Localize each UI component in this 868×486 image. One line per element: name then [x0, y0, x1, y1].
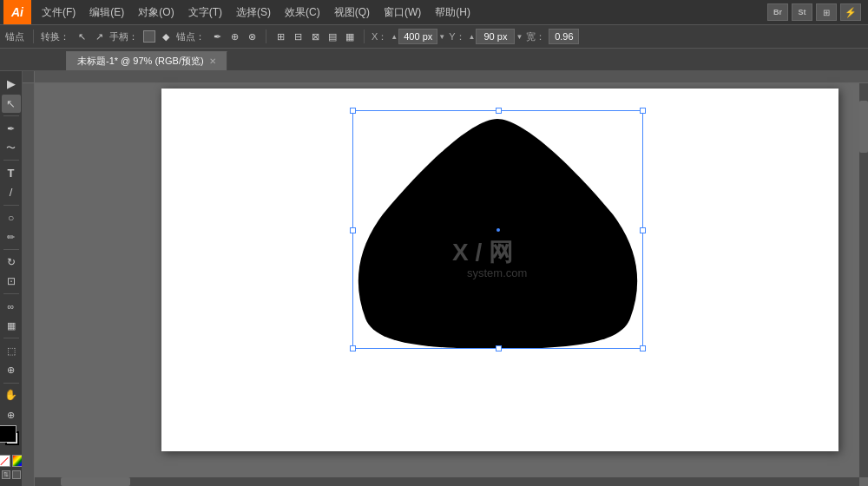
align-icon3[interactable]: ⊠: [308, 30, 322, 43]
anchorpt-icon2[interactable]: ⊕: [227, 30, 241, 43]
blend-tool-btn[interactable]: ∞: [2, 297, 21, 316]
x-stepper-down[interactable]: ▼: [438, 33, 445, 41]
sep2: [266, 30, 266, 43]
rotate-tool-btn[interactable]: ↻: [2, 253, 21, 272]
left-ruler: [23, 83, 35, 486]
tool-sep2: [3, 160, 19, 161]
tab-bar: 未标题-1* @ 97% (RGB/预览) ✕: [0, 49, 868, 71]
sep3: [364, 30, 365, 43]
menu-object[interactable]: 对象(O): [131, 0, 181, 24]
top-ruler: [35, 71, 868, 83]
x-label: X：: [372, 30, 387, 43]
w-input[interactable]: [549, 29, 579, 44]
menu-edit[interactable]: 编辑(E): [82, 0, 131, 24]
direct-selection-tool-btn[interactable]: ↖: [2, 95, 21, 114]
tool-sep6: [3, 338, 19, 338]
tool-sep3: [3, 205, 19, 206]
y-stepper-down[interactable]: ▼: [516, 33, 523, 41]
transform-label: 转换：: [41, 30, 69, 43]
handle-icon2[interactable]: ◆: [159, 30, 173, 43]
menu-select[interactable]: 选择(S): [229, 0, 278, 24]
menu-file[interactable]: 文件(F): [35, 0, 82, 24]
anchorpt-label: 锚点：: [176, 30, 205, 43]
ruler-corner: [23, 71, 35, 83]
tool-sep4: [3, 249, 19, 250]
menu-view[interactable]: 视图(Q): [327, 0, 377, 24]
h-scrollbar[interactable]: [35, 477, 859, 486]
pencil-tool-btn[interactable]: ✏: [2, 227, 21, 246]
v-scrollbar-thumb[interactable]: [859, 101, 868, 153]
x-input[interactable]: [398, 29, 437, 44]
align-icon2[interactable]: ⊟: [291, 30, 305, 43]
align-icon5[interactable]: ▦: [343, 30, 357, 43]
artboard-tool-btn[interactable]: ⬚: [2, 341, 21, 360]
ai-logo: Ai: [3, 0, 31, 24]
menu-help[interactable]: 帮助(H): [428, 0, 477, 24]
transform-icon2[interactable]: ↗: [92, 30, 106, 43]
zoom-tool-btn[interactable]: ⊕: [2, 405, 21, 424]
x-stepper-up[interactable]: ▲: [391, 33, 398, 41]
tool-sep7: [3, 383, 19, 384]
color-mode-btn[interactable]: [12, 455, 23, 467]
plugin-btn[interactable]: ⚡: [840, 3, 861, 21]
tool-sep5: [3, 293, 19, 294]
v-scrollbar[interactable]: [859, 83, 868, 477]
fill-swatch[interactable]: [0, 425, 16, 443]
handle-icon1[interactable]: [143, 30, 155, 43]
sep1: [33, 30, 34, 43]
y-input[interactable]: [476, 29, 515, 44]
menu-bar-right: Br St ⊞ ⚡: [767, 3, 865, 21]
anchorpt-icon1[interactable]: ✒: [210, 30, 224, 43]
tab-close-btn[interactable]: ✕: [209, 56, 216, 66]
canvas-area[interactable]: X / 网 system.com: [23, 71, 868, 486]
bridge-btn[interactable]: Br: [767, 3, 788, 21]
handle-label: 手柄：: [109, 30, 138, 43]
anchorpt-icon3[interactable]: ⊗: [245, 30, 259, 43]
tab-label: 未标题-1* @ 97% (RGB/预览): [77, 55, 204, 68]
options-bar: 锚点 转换： ↖ ↗ 手柄： ◆ 锚点： ✒ ⊕ ⊗ ⊞ ⊟ ⊠ ▤ ▦ X： …: [0, 24, 868, 49]
stock-btn[interactable]: St: [792, 3, 812, 21]
y-stepper-up[interactable]: ▲: [469, 33, 476, 41]
canvas-document[interactable]: X / 网 system.com: [161, 89, 838, 451]
swap-colors-btn[interactable]: ⇅: [2, 470, 10, 479]
menu-effect[interactable]: 效果(C): [278, 0, 327, 24]
w-label: 宽：: [526, 30, 545, 43]
menu-bar: Ai 文件(F) 编辑(E) 对象(O) 文字(T) 选择(S) 效果(C) 视…: [0, 0, 868, 24]
menu-text[interactable]: 文字(T): [181, 0, 229, 24]
hand-tool-btn[interactable]: ✋: [2, 386, 21, 405]
reflect-tool-btn[interactable]: ⊡: [2, 273, 21, 292]
menu-window[interactable]: 窗口(W): [377, 0, 428, 24]
main-layout: ▶ ↖ ✒ 〜 T / ○ ✏ ↻ ⊡ ∞ ▦ ⬚ ⊕ ✋ ⊕: [0, 71, 868, 486]
align-icon4[interactable]: ▤: [326, 30, 339, 43]
align-icon1[interactable]: ⊞: [273, 30, 287, 43]
y-label: Y：: [449, 30, 464, 43]
transform-icon1[interactable]: ↖: [75, 30, 89, 43]
h-scrollbar-thumb[interactable]: [61, 477, 130, 486]
center-dot: [496, 228, 500, 232]
document-tab[interactable]: 未标题-1* @ 97% (RGB/预览) ✕: [66, 51, 227, 70]
pen-tool-btn[interactable]: ✒: [2, 119, 21, 138]
line-tool-btn[interactable]: /: [2, 183, 21, 202]
eyedropper-tool-btn[interactable]: ⊕: [2, 361, 21, 380]
none-swatch[interactable]: [0, 455, 10, 467]
anchor-label: 锚点: [5, 30, 24, 43]
type-tool-btn[interactable]: T: [2, 163, 21, 182]
curvature-tool-btn[interactable]: 〜: [2, 139, 21, 158]
tool-sep1: [3, 115, 19, 116]
left-toolbar: ▶ ↖ ✒ 〜 T / ○ ✏ ↻ ⊡ ∞ ▦ ⬚ ⊕ ✋ ⊕: [0, 71, 23, 486]
chart-tool-btn[interactable]: ▦: [2, 317, 21, 336]
workspace-btn[interactable]: ⊞: [816, 3, 837, 21]
ellipse-tool-btn[interactable]: ○: [2, 208, 21, 227]
color-swatches: ⇅: [0, 425, 23, 483]
selection-tool-btn[interactable]: ▶: [2, 75, 21, 94]
default-colors-btn[interactable]: [12, 470, 21, 479]
